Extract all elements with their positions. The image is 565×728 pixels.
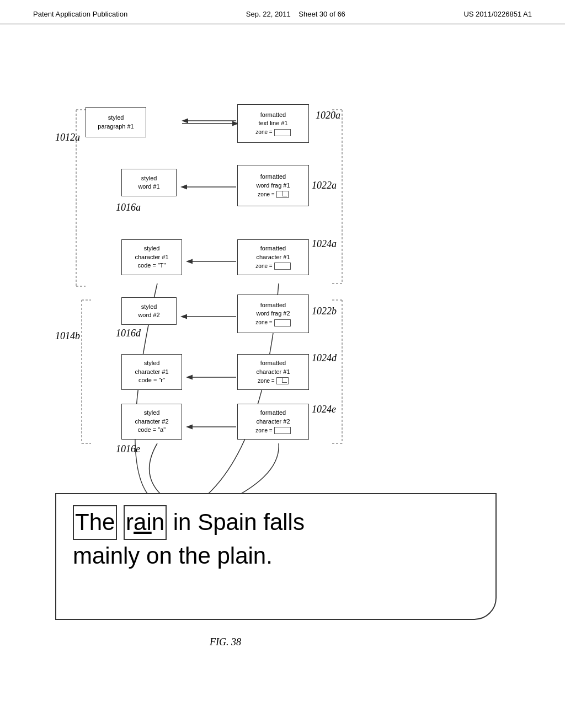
formatted-word-frag2-node: formatted word frag #2 zone =	[237, 295, 309, 333]
formatted-char1-lower-node: formatted character #1 zone =	[237, 354, 309, 390]
label-1016a: 1016a	[116, 202, 141, 213]
formatted-text-line-node: formatted text line #1 zone =	[237, 104, 309, 143]
styled-char2-lower-node: styled character #2 code = "a"	[121, 404, 182, 440]
header-right: US 2011/0226851 A1	[463, 10, 532, 18]
display-text-box: The rain in Spain fallsmainly on the pla…	[55, 493, 497, 620]
styled-char1-upper-node: styled character #1 code = "T"	[121, 239, 182, 275]
label-1022a: 1022a	[312, 180, 337, 191]
display-text: The rain in Spain fallsmainly on the pla…	[73, 509, 305, 569]
formatted-char1-upper-node: formatted character #1 zone =	[237, 239, 309, 275]
figure-caption: FIG. 38	[210, 636, 241, 648]
styled-paragraph-node: styled paragraph #1	[86, 107, 146, 137]
rain-box: rain	[124, 505, 167, 540]
header-center: Sep. 22, 2011 Sheet 30 of 66	[246, 10, 345, 18]
space1	[117, 509, 124, 535]
the-box: The	[73, 505, 117, 540]
label-1016e: 1016e	[116, 443, 140, 455]
formatted-word-frag1-node: formatted word frag #1 zone =	[237, 165, 309, 206]
styled-word2-node: styled word #2	[121, 297, 177, 325]
label-1024e: 1024e	[312, 404, 336, 415]
header-left: Patent Application Publication	[33, 10, 127, 18]
label-1012a: 1012a	[55, 132, 80, 143]
styled-word1-node: styled word #1	[121, 169, 177, 196]
diagram-area: styled paragraph #1 1012a formatted text…	[0, 24, 565, 675]
label-1022b: 1022b	[312, 306, 337, 317]
label-1024d: 1024d	[312, 352, 337, 364]
styled-char1-lower-node: styled character #1 code = "r"	[121, 354, 182, 390]
label-1014b: 1014b	[55, 330, 80, 342]
label-1020a: 1020a	[316, 110, 340, 121]
header: Patent Application Publication Sep. 22, …	[0, 0, 565, 24]
label-1016d: 1016d	[116, 328, 141, 339]
label-1024a: 1024a	[312, 238, 337, 250]
formatted-char2-lower-node: formatted character #2 zone =	[237, 404, 309, 440]
